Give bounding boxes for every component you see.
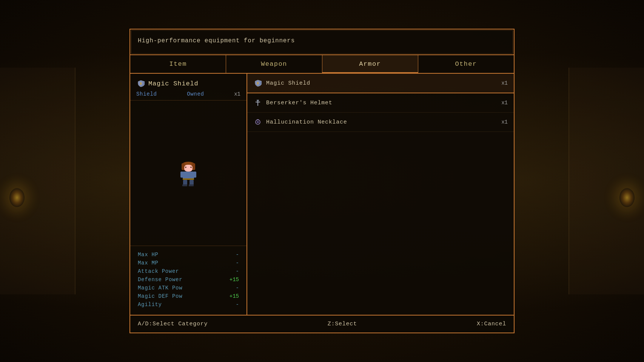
description-panel: High-performance equipment for beginners: [129, 29, 515, 55]
stat-label-def: Defense Power: [138, 277, 182, 283]
stat-value-atk: -: [236, 268, 239, 274]
stat-row-maxhp: Max HP -: [138, 251, 239, 259]
tab-armor[interactable]: Armor: [322, 55, 418, 73]
svg-rect-1: [257, 82, 259, 84]
tab-bar: Item Weapon Armor Other: [129, 55, 515, 74]
item-status: Owned: [187, 91, 204, 97]
tab-item[interactable]: Item: [130, 55, 226, 73]
bg-right-panel: [569, 68, 644, 294]
list-item-icon-necklace: [253, 118, 262, 127]
list-item[interactable]: Magic Shield x1: [247, 74, 514, 93]
stat-label-maxmp: Max MP: [138, 260, 159, 266]
stat-label-maxhp: Max HP: [138, 252, 159, 258]
stat-value-def: +15: [230, 277, 239, 283]
list-item-count-3: x1: [501, 119, 508, 125]
list-item[interactable]: Berserker's Helmet x1: [247, 93, 514, 113]
item-name-row: Magic Shield: [136, 79, 240, 88]
lantern-left: [9, 188, 25, 207]
stat-value-agi: -: [236, 302, 239, 308]
stat-row-matk: Magic ATK Pow -: [138, 284, 239, 292]
stat-row-def: Defense Power +15: [138, 275, 239, 284]
svg-point-6: [257, 121, 259, 123]
svg-rect-3: [256, 102, 260, 102]
stat-row-agi: Agility -: [138, 300, 239, 309]
main-ui: High-performance equipment for beginners…: [129, 29, 515, 333]
selected-item-name: Magic Shield: [148, 80, 199, 87]
stat-label-atk: Attack Power: [138, 268, 179, 274]
sprite-arm-left: [180, 172, 183, 178]
stat-label-matk: Magic ATK Pow: [138, 285, 182, 291]
sprite-foot-right: [189, 184, 194, 186]
sprite-blush-left: [184, 168, 186, 169]
list-item-count-1: x1: [501, 80, 508, 86]
list-item-name-1: Magic Shield: [266, 80, 501, 87]
hotkey-confirm: Z:Select: [328, 321, 357, 327]
description-text: High-performance equipment for beginners: [138, 37, 295, 44]
tab-weapon[interactable]: Weapon: [226, 55, 322, 73]
sprite-torso: [183, 172, 194, 179]
lantern-right: [619, 188, 635, 207]
item-header: Magic Shield Shield Owned x1: [130, 74, 247, 101]
sprite-body: [179, 162, 197, 184]
stat-row-maxmp: Max MP -: [138, 259, 239, 267]
stat-value-matk: -: [236, 285, 239, 291]
stat-label-agi: Agility: [138, 302, 162, 308]
list-item-name-3: Hallucination Necklace: [266, 119, 501, 125]
sprite-blush-right: [191, 168, 193, 169]
stat-label-mdef: Magic DEF Pow: [138, 293, 182, 299]
bg-left-panel: [0, 68, 75, 294]
item-list: Magic Shield x1 Berserker's Helmet x1: [247, 74, 514, 315]
character-preview: [130, 101, 247, 246]
svg-rect-4: [257, 100, 259, 101]
svg-rect-0: [140, 82, 142, 85]
stats-section: Max HP - Max MP - Attack Power - Defense…: [130, 246, 247, 315]
stat-row-mdef: Magic DEF Pow +15: [138, 292, 239, 300]
list-item-icon-shield: [253, 79, 262, 88]
bottom-bar: A/D:Select Category Z:Select X:Cancel: [129, 316, 515, 333]
stat-value-maxmp: -: [236, 260, 239, 266]
list-item-count-2: x1: [501, 100, 508, 106]
stat-value-maxhp: -: [236, 252, 239, 258]
item-type: Shield: [136, 91, 157, 97]
list-item[interactable]: Hallucination Necklace x1: [247, 113, 514, 132]
content-area: Magic Shield Shield Owned x1: [129, 74, 515, 316]
list-item-name-2: Berserker's Helmet: [266, 100, 501, 106]
stat-value-mdef: +15: [230, 293, 239, 299]
tab-other[interactable]: Other: [418, 55, 514, 73]
character-sprite: [179, 162, 197, 184]
sprite-foot-left: [182, 184, 187, 186]
item-count: x1: [234, 91, 240, 97]
sprite-hair-right: [192, 163, 195, 170]
stat-row-atk: Attack Power -: [138, 267, 239, 275]
item-detail-panel: Magic Shield Shield Owned x1: [130, 74, 247, 315]
selected-item-icon: [136, 79, 145, 88]
list-item-icon-helmet: [253, 98, 262, 107]
hotkey-cancel: X:Cancel: [477, 321, 506, 327]
item-meta: Shield Owned x1: [136, 91, 240, 97]
hotkey-select-category: A/D:Select Category: [138, 321, 208, 327]
sprite-arm-right: [193, 172, 196, 178]
